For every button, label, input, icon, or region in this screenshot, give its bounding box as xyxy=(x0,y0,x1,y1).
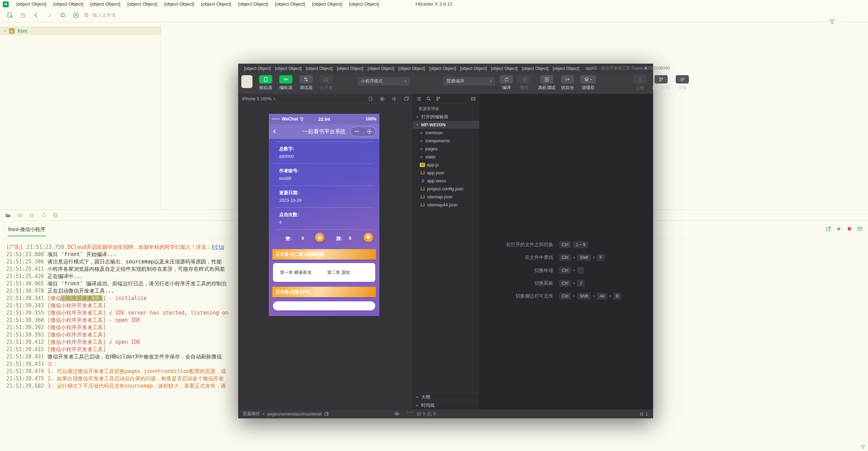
back-icon[interactable] xyxy=(30,10,42,20)
new-file-icon[interactable] xyxy=(3,10,16,20)
user-avatar[interactable] xyxy=(241,75,252,88)
collapse-sidebar-icon[interactable] xyxy=(471,97,476,101)
mode-select[interactable]: 小程序模式▾ xyxy=(357,77,410,86)
search-icon xyxy=(84,13,89,18)
menu-item[interactable]: [object Object] xyxy=(308,0,345,8)
device-bug-icon xyxy=(545,77,549,82)
menu-item[interactable]: [object Object] xyxy=(198,0,234,8)
version-control-button[interactable]: 版本管理 xyxy=(650,75,672,91)
run-icon[interactable] xyxy=(70,10,82,20)
file-tree-item[interactable]: {..}sitemap.json xyxy=(413,193,479,201)
more-options-icon[interactable]: ··· xyxy=(407,410,413,415)
file-list-icon[interactable] xyxy=(416,97,421,101)
mail-feedback-icon[interactable] xyxy=(857,226,862,231)
hbuilder-toolbar xyxy=(0,8,868,22)
sliders-icon xyxy=(304,77,308,81)
device-debug-button[interactable]: 真机调试 xyxy=(536,75,557,91)
thumbs-down-button[interactable] xyxy=(364,233,373,242)
page-path-dropdown[interactable]: 页面路径 xyxy=(243,411,260,417)
menu-item[interactable]: [object Object] xyxy=(427,66,458,71)
search-icon[interactable] xyxy=(426,96,431,101)
menu-item[interactable]: [object Object] xyxy=(365,66,396,71)
file-search-input[interactable] xyxy=(93,13,197,18)
menu-item[interactable]: [object Object] xyxy=(273,66,304,71)
tab-debug-bug-icon[interactable] xyxy=(26,210,38,220)
menu-item[interactable]: [object Object] xyxy=(489,66,520,71)
menu-item[interactable]: [object Object] xyxy=(304,66,335,71)
menu-item[interactable]: [object Object] xyxy=(161,0,198,8)
open-editors-section[interactable]: ▾ 打开的编辑器 xyxy=(413,113,479,121)
tab-rerun-icon[interactable] xyxy=(38,210,49,220)
tab-browser-globe-icon[interactable] xyxy=(49,210,61,220)
menu-item[interactable]: [object Object] xyxy=(50,0,87,8)
menu-item[interactable]: [object Object] xyxy=(346,0,383,8)
open-external-icon[interactable] xyxy=(826,226,831,231)
chapter-list-card: 第一章 蟒雀吞龙 第二章 源纹 xyxy=(273,263,375,282)
project-root-mp-weixin[interactable]: ▾ MP-WEIXIN xyxy=(413,121,479,129)
corner-notification-icon[interactable] xyxy=(861,445,865,449)
notifications-indicator[interactable]: 1 xyxy=(640,410,648,418)
chevron-right-icon[interactable]: › xyxy=(4,29,6,33)
file-tree-item[interactable]: ▸components xyxy=(413,137,479,145)
copy-icon[interactable] xyxy=(324,412,329,416)
favorite-star-icon[interactable] xyxy=(56,10,69,20)
menu-item[interactable]: [object Object] xyxy=(272,0,308,8)
menu-item[interactable]: [object Object] xyxy=(242,66,273,71)
clear-cache-button[interactable]: ▾ 清缓存 xyxy=(578,75,598,91)
layers-icon xyxy=(584,77,589,82)
file-tree-item[interactable]: {..}project.config.json xyxy=(413,185,479,193)
editor-toggle[interactable]: </> 编辑器 xyxy=(277,75,295,91)
chapter-link[interactable]: 第二章 源纹 xyxy=(327,270,350,276)
visibility-eye-icon[interactable] xyxy=(394,412,400,416)
menu-item[interactable]: [object Object] xyxy=(13,0,50,8)
problems-indicator[interactable]: 0 0 xyxy=(417,410,436,418)
run-play-icon[interactable] xyxy=(837,227,842,231)
details-button[interactable]: 详情 xyxy=(673,75,691,91)
file-name: common xyxy=(425,130,443,135)
rotate-device-icon[interactable] xyxy=(369,96,372,101)
menu-item[interactable]: [object Object] xyxy=(235,0,272,8)
tab-project-console-icon[interactable] xyxy=(2,210,14,220)
menu-item[interactable]: [object Object] xyxy=(87,0,124,8)
simulator-toggle[interactable]: 模拟器 xyxy=(257,75,275,91)
file-tree-item[interactable]: ▸static xyxy=(413,153,479,161)
file-tree-item[interactable]: 3app.wxss xyxy=(413,177,479,185)
compile-button[interactable]: 编译 xyxy=(497,75,515,91)
sound-icon[interactable] xyxy=(392,96,397,101)
menu-item[interactable]: [object Object] xyxy=(396,66,427,71)
stop-icon[interactable] xyxy=(847,227,852,231)
file-tree-item[interactable]: {..}app.json xyxy=(413,169,479,177)
menu-item[interactable]: [object Object] xyxy=(124,0,161,8)
chapter-link[interactable]: 第一章 蟒雀吞龙 xyxy=(273,270,327,276)
close-capsule-button[interactable] xyxy=(363,129,376,134)
save-icon[interactable] xyxy=(17,10,29,20)
thumbs-up-button[interactable] xyxy=(315,233,324,242)
chevron-right-icon: ▸ xyxy=(416,395,419,399)
debugger-toggle[interactable]: 调试器 xyxy=(297,75,315,91)
file-tree-item[interactable]: ▸common xyxy=(413,129,479,137)
menu-item[interactable]: [object Object] xyxy=(458,66,489,71)
compile-mode-select[interactable]: 普通编译▾ xyxy=(443,77,495,86)
multi-window-icon[interactable] xyxy=(404,96,409,101)
forward-icon[interactable] xyxy=(43,10,56,20)
close-icon[interactable]: ✕ xyxy=(643,65,648,71)
outline-section[interactable]: ▸ 大纲 xyxy=(413,393,479,401)
project-item-front[interactable]: › u front xyxy=(0,26,161,35)
device-selector[interactable]: iPhone 5 100% xyxy=(242,96,272,101)
shortcut-row: 切换终端Ctrl+` xyxy=(487,266,645,275)
switch-background-button[interactable]: 切后台 xyxy=(558,75,577,91)
menu-item[interactable]: [object Object] xyxy=(550,66,581,71)
file-tree-item[interactable]: ▸pages xyxy=(413,145,479,153)
tab-search-binoculars-icon[interactable] xyxy=(14,210,26,220)
git-branch-icon[interactable] xyxy=(436,96,440,101)
file-tree-item[interactable]: JSapp.js xyxy=(413,161,479,169)
menu-item[interactable]: [object Object] xyxy=(520,66,550,71)
filter-funnel-icon[interactable] xyxy=(829,19,835,24)
file-tree-item[interactable]: {..}sitemap44.json xyxy=(413,201,479,209)
more-menu-button[interactable]: ••• xyxy=(351,129,363,134)
timeline-section[interactable]: ▸ 时间线 xyxy=(413,401,479,409)
sidebar-divider[interactable] xyxy=(161,23,161,209)
record-icon[interactable] xyxy=(380,96,385,101)
console-tab-front-weixin[interactable]: front-微信小程序 xyxy=(8,225,46,234)
menu-item[interactable]: [object Object] xyxy=(335,66,365,71)
